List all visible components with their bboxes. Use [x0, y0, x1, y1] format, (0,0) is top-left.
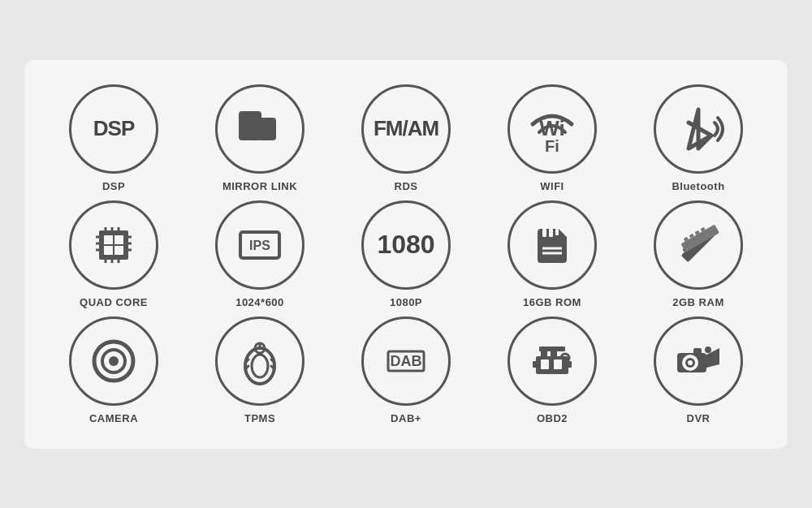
tpms-icon: [232, 334, 287, 389]
svg-point-39: [109, 356, 119, 366]
feature-16gb-rom: 16GB ROM: [487, 200, 617, 308]
label-tpms: TPMS: [244, 412, 275, 424]
label-2gb-ram: 2GB RAM: [672, 296, 723, 308]
label-rds: RDS: [395, 180, 418, 192]
label-wifi: WIFI: [540, 180, 564, 192]
wifi-icon: Wi Fi: [525, 101, 580, 157]
circle-wifi: Wi Fi: [508, 84, 597, 174]
svg-rect-57: [541, 359, 549, 369]
svg-rect-23: [549, 229, 553, 237]
label-dvr: DVR: [687, 412, 710, 424]
circle-obd2: [508, 316, 597, 406]
svg-point-41: [252, 355, 268, 377]
svg-rect-58: [554, 359, 562, 369]
feature-wifi: Wi Fi WIFI: [487, 84, 617, 192]
label-camera: CAMERA: [89, 412, 138, 424]
svg-point-65: [705, 347, 711, 353]
row-2: QUAD CORE IPS 1024*600 1080 1080P: [41, 200, 771, 308]
dvr-icon: [671, 334, 726, 389]
feature-obd2: OBD2: [487, 316, 617, 424]
row-1: DSP DSP MIRROR LINK FM/AM RDS: [41, 84, 771, 192]
ram-icon: [671, 217, 726, 273]
label-1080p: 1080P: [390, 296, 422, 308]
feature-rds: FM/AM RDS: [341, 84, 471, 192]
features-card: DSP DSP MIRROR LINK FM/AM RDS: [24, 60, 788, 449]
label-mirror-link: MIRROR LINK: [222, 180, 297, 192]
circle-bluetooth: [654, 84, 743, 174]
camera-icon: [86, 334, 141, 389]
svg-rect-22: [542, 229, 546, 237]
feature-bluetooth: Bluetooth: [633, 84, 763, 192]
feature-2gb-ram: 2GB RAM: [633, 200, 763, 308]
feature-camera: CAMERA: [49, 316, 179, 424]
ips-icon: IPS: [232, 217, 287, 273]
circle-dsp: DSP: [69, 84, 158, 174]
dab-icon: DAB: [378, 334, 434, 389]
label-obd2: OBD2: [537, 412, 568, 424]
circle-tpms: [215, 316, 304, 406]
feature-dsp: DSP DSP: [49, 84, 179, 192]
circle-2gb-ram: [654, 200, 743, 290]
svg-rect-54: [533, 361, 538, 368]
circle-camera: [69, 316, 158, 406]
svg-rect-0: [239, 111, 261, 140]
svg-rect-1: [258, 118, 276, 140]
circle-1080p: 1080: [361, 200, 451, 290]
row-3: CAMERA TPMS: [41, 316, 771, 424]
obd2-icon: [525, 334, 580, 389]
quad-core-icon: [86, 217, 141, 273]
circle-rds: FM/AM: [361, 84, 451, 174]
svg-rect-53: [539, 347, 565, 351]
feature-mirror-link: MIRROR LINK: [195, 84, 325, 192]
rom-icon: [525, 217, 580, 273]
circle-quad-core: [69, 200, 158, 290]
circle-dvr: [654, 316, 743, 406]
label-dab: DAB+: [391, 412, 421, 424]
rds-icon: FM/AM: [374, 116, 438, 141]
label-16gb-rom: 16GB ROM: [523, 296, 581, 308]
label-dsp: DSP: [102, 180, 125, 192]
feature-ips: IPS 1024*600: [195, 200, 325, 308]
label-quad-core: QUAD CORE: [80, 296, 148, 308]
feature-dab: DAB DAB+: [341, 316, 471, 424]
svg-text:Fi: Fi: [545, 137, 559, 155]
label-bluetooth: Bluetooth: [672, 180, 724, 192]
bluetooth-icon: [671, 101, 726, 157]
feature-tpms: TPMS: [195, 316, 325, 424]
circle-dab: DAB: [361, 316, 451, 406]
svg-point-62: [688, 360, 693, 365]
svg-text:IPS: IPS: [249, 239, 270, 252]
1080p-icon: 1080: [377, 230, 434, 260]
feature-quad-core: QUAD CORE: [49, 200, 179, 308]
circle-mirror-link: [215, 84, 304, 174]
circle-ips: IPS: [215, 200, 304, 290]
feature-1080p: 1080 1080P: [341, 200, 471, 308]
mirror-link-icon: [232, 101, 287, 157]
dsp-icon: DSP: [93, 116, 134, 141]
svg-rect-64: [693, 348, 702, 355]
circle-16gb-rom: [508, 200, 597, 290]
label-ips: 1024*600: [235, 296, 284, 308]
svg-text:DAB: DAB: [391, 353, 422, 369]
svg-rect-24: [555, 229, 559, 235]
feature-dvr: DVR: [633, 316, 763, 424]
